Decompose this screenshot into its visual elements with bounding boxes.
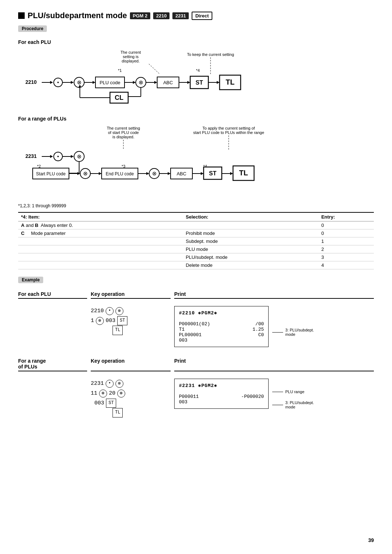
svg-marker-10 bbox=[50, 81, 53, 84]
flow-svg-2: The current setting of start PLU code is… bbox=[18, 126, 327, 195]
print2-p1: P000011 bbox=[179, 394, 199, 399]
table-cell-entry: 0 bbox=[318, 229, 374, 237]
example-label: Example bbox=[18, 277, 43, 283]
section2-title: For a range of PLUs bbox=[18, 116, 374, 122]
key2-x-2: ⊗ bbox=[99, 390, 107, 398]
svg-text:⊗: ⊗ bbox=[77, 153, 82, 159]
ex2-label-content bbox=[18, 376, 87, 379]
note-line bbox=[272, 332, 283, 333]
table-cell-item: C Mode parameter bbox=[18, 229, 183, 237]
ex2-note1: PLU range bbox=[272, 390, 305, 394]
key2-num-2231: 2231 bbox=[91, 379, 104, 388]
svg-text:CL: CL bbox=[115, 94, 123, 101]
table-cell-selection: PLU/subdept. mode bbox=[183, 253, 318, 261]
table-cell-selection: Prohibit mode bbox=[183, 229, 318, 237]
info-table: *4: Item: Selection: Entry: A and B Alwa… bbox=[18, 212, 374, 269]
table-row: A and B Always enter 0. 0 bbox=[18, 221, 374, 229]
flow-diagram-1: The current setting is displayed. To kee… bbox=[18, 49, 374, 109]
table-cell-item bbox=[18, 245, 183, 253]
svg-marker-57 bbox=[71, 155, 74, 158]
table-cell-item bbox=[18, 237, 183, 245]
print-line-1: #2210 ✱PGM2✱ bbox=[179, 310, 264, 316]
note2-text: 3: PLU/subdept.mode bbox=[285, 400, 314, 409]
svg-text:PLU code: PLU code bbox=[99, 80, 120, 85]
footnote-1: *1,2,3: 1 through 999999 bbox=[18, 203, 374, 208]
svg-text:ST: ST bbox=[196, 80, 203, 86]
svg-text:⊗: ⊗ bbox=[139, 79, 143, 85]
key-st-box: ST bbox=[117, 316, 127, 326]
ex1-print-content: #2210 ✱PGM2✱ P000001(02) /00 T1 1.25 PL0… bbox=[174, 304, 374, 347]
table-cell-selection: Delete mode bbox=[183, 261, 318, 269]
table-row: PLU/subdept. mode 3 bbox=[18, 253, 374, 261]
print-t1v: 1.25 bbox=[253, 327, 264, 332]
page-title: PLU/subdepartment mode bbox=[28, 11, 127, 20]
ex1-label-content bbox=[18, 304, 87, 306]
table-cell-entry: 2 bbox=[318, 245, 374, 253]
svg-text:displayed.: displayed. bbox=[122, 59, 140, 63]
note1-line bbox=[272, 392, 283, 392]
svg-text:ST: ST bbox=[209, 170, 217, 176]
badge-direct: Direct bbox=[192, 12, 212, 20]
key-num-003: 003 bbox=[106, 316, 115, 326]
svg-text:•: • bbox=[57, 80, 59, 85]
print2-line-4: 003 bbox=[179, 399, 264, 405]
key-tl-box: TL bbox=[113, 326, 123, 335]
note1-text: PLU range bbox=[285, 390, 305, 394]
table-row: C Mode parameter Prohibit mode 0 bbox=[18, 229, 374, 237]
svg-text:TL: TL bbox=[226, 78, 234, 86]
svg-text:TL: TL bbox=[239, 169, 248, 177]
key2-st-box: ST bbox=[106, 399, 116, 408]
svg-marker-53 bbox=[50, 155, 53, 158]
key-dot-1: • bbox=[106, 307, 114, 315]
table-cell-entry: 0 bbox=[318, 221, 374, 229]
svg-text:of start PLU code: of start PLU code bbox=[108, 130, 139, 135]
svg-marker-73 bbox=[99, 172, 102, 175]
svg-marker-18 bbox=[93, 81, 95, 84]
ex1-keyop-label: Key operation bbox=[91, 291, 171, 299]
flow-diagram-2: The current setting of start PLU code is… bbox=[18, 126, 374, 196]
badge-pgm2: PGM 2 bbox=[130, 12, 150, 19]
table-cell-entry: 1 bbox=[318, 237, 374, 245]
svg-text:⊗: ⊗ bbox=[83, 170, 88, 176]
ex1-label: For each PLU bbox=[18, 291, 87, 299]
table-row: Delete mode 4 bbox=[18, 261, 374, 269]
print-v1: /00 bbox=[256, 321, 264, 327]
table-row: Subdept. mode 1 bbox=[18, 237, 374, 245]
table-row: PLU mode 2 bbox=[18, 245, 374, 253]
svg-text:setting is: setting is bbox=[123, 54, 139, 59]
key-x-1: ⊗ bbox=[115, 307, 123, 315]
key-line-2: 1 ⊗ 003 ST bbox=[91, 316, 171, 326]
svg-text:ABC: ABC bbox=[177, 171, 187, 176]
key2-num-11: 11 bbox=[91, 388, 97, 398]
key-line-1: 2210 • ⊗ bbox=[91, 306, 171, 316]
key2-tl-box: TL bbox=[113, 408, 123, 417]
ex2-print-content: #2231 ✱PGM2✱ P000011 -P000020 003 PLU ra… bbox=[174, 376, 374, 409]
svg-text:To keep the current setting: To keep the current setting bbox=[187, 52, 234, 57]
svg-text:Start PLU code: Start PLU code bbox=[36, 171, 66, 176]
key-num-2210: 2210 bbox=[91, 306, 104, 316]
svg-text:The current: The current bbox=[121, 50, 141, 54]
key2-line-3: 003 ST bbox=[94, 398, 171, 408]
key2-line-2: 11 ⊗ 20 ⊗ bbox=[91, 388, 171, 398]
title-square-icon bbox=[18, 12, 25, 19]
svg-text:⊗: ⊗ bbox=[152, 170, 157, 176]
ex1-keyop-content: 2210 • ⊗ 1 ⊗ 003 ST TL bbox=[91, 304, 171, 335]
flow-svg-1: The current setting is displayed. To kee… bbox=[18, 49, 316, 107]
ex1-print-box: #2210 ✱PGM2✱ P000001(02) /00 T1 1.25 PL0… bbox=[174, 306, 269, 347]
table-cell-entry: 4 bbox=[318, 261, 374, 269]
key2-line-1: 2231 • ⊗ bbox=[91, 379, 171, 388]
print2-line-blank bbox=[179, 388, 264, 394]
print2-p2: -P000020 bbox=[241, 394, 264, 399]
ex2-print-box: #2231 ✱PGM2✱ P000011 -P000020 003 bbox=[174, 379, 269, 409]
key-x-2: ⊗ bbox=[96, 317, 104, 325]
svg-marker-77 bbox=[146, 172, 149, 175]
key2-dot: • bbox=[106, 380, 114, 388]
svg-text:End PLU code: End PLU code bbox=[106, 171, 134, 176]
table-cell-entry: 3 bbox=[318, 253, 374, 261]
ex2-keyop-content: 2231 • ⊗ 11 ⊗ 20 ⊗ 003 ST TL bbox=[91, 376, 171, 417]
note2-line bbox=[272, 405, 283, 405]
svg-marker-22 bbox=[133, 81, 136, 84]
key2-line-4: TL bbox=[113, 408, 171, 417]
svg-marker-81 bbox=[168, 172, 171, 175]
svg-text:start PLU code to PLUs within : start PLU code to PLUs within the range bbox=[193, 130, 264, 135]
